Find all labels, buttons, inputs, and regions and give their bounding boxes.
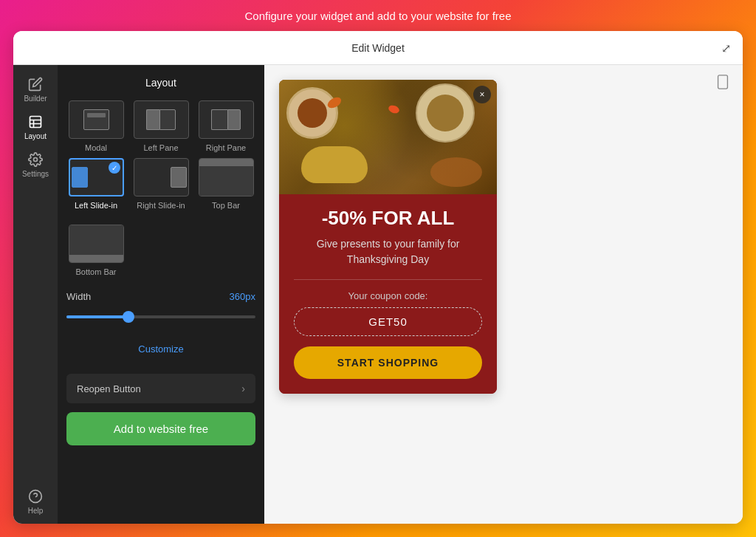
content-area: Builder Layout Settings	[13, 65, 743, 524]
slider-track	[66, 315, 255, 318]
right-pane-icon	[199, 100, 254, 139]
panel-title: Layout	[66, 77, 255, 89]
sidebar-help-label: Help	[28, 507, 44, 515]
layout-option-left-slide-in[interactable]: ✓ Left Slide-in	[66, 158, 126, 210]
widget-cta-button[interactable]: START SHOPPING	[294, 346, 482, 379]
preview-area: × -50% FOR ALL Give presents to your fam…	[264, 65, 743, 524]
reopen-button-row[interactable]: Reopen Button ›	[66, 374, 255, 403]
layout-option-right-slide-in[interactable]: Right Slide-in	[131, 158, 190, 210]
main-container: Edit Widget ⤢ Builder Layout	[13, 31, 743, 524]
food-plate-2	[416, 83, 475, 143]
right-slide-in-label: Right Slide-in	[137, 201, 185, 210]
top-bar-icon	[199, 158, 254, 196]
widget-image: ×	[279, 80, 497, 194]
food-plate-1	[286, 87, 338, 139]
svg-point-4	[34, 158, 38, 162]
widget-content: -50% FOR ALL Give presents to your famil…	[279, 194, 497, 394]
expand-icon[interactable]: ⤢	[721, 41, 731, 55]
edit-widget-header: Edit Widget ⤢	[13, 31, 743, 65]
food-item-2	[430, 157, 482, 187]
right-slide-in-icon	[134, 158, 189, 196]
layout-option-modal[interactable]: Modal	[66, 100, 126, 152]
widget-subtext: Give presents to your family forThanksgi…	[294, 236, 482, 267]
reopen-label: Reopen Button	[77, 383, 141, 394]
slider-thumb[interactable]	[123, 311, 134, 323]
width-header: Width 360px	[66, 291, 255, 302]
width-label: Width	[66, 291, 91, 302]
mobile-icon[interactable]	[715, 74, 731, 94]
edit-widget-title: Edit Widget	[351, 42, 405, 54]
left-slide-in-label: Left Slide-in	[75, 201, 117, 210]
sidebar-item-help[interactable]: Help	[13, 483, 58, 524]
selected-check: ✓	[109, 162, 120, 174]
widget-preview: × -50% FOR ALL Give presents to your fam…	[279, 80, 497, 394]
sidebar-builder-label: Builder	[24, 95, 47, 103]
sidebar-settings-label: Settings	[22, 170, 49, 178]
top-bar-label: Top Bar	[212, 201, 240, 210]
bottom-bar-label: Bottom Bar	[75, 267, 116, 276]
layout-option-top-bar[interactable]: Top Bar	[196, 158, 255, 210]
widget-headline: -50% FOR ALL	[294, 208, 482, 229]
widget-divider	[294, 279, 482, 280]
widget-coupon-label: Your coupon code:	[294, 290, 482, 301]
food-item-bread	[301, 146, 368, 183]
svg-rect-0	[30, 117, 41, 128]
layout-grid-row2: Bottom Bar	[66, 225, 255, 276]
left-slide-in-icon: ✓	[69, 158, 124, 196]
left-pane-icon	[134, 100, 189, 139]
sidebar-layout-label: Layout	[24, 132, 47, 140]
width-section: Width 360px	[66, 291, 255, 324]
widget-close-icon: ×	[479, 89, 484, 100]
layout-option-left-pane[interactable]: Left Pane	[131, 100, 190, 152]
width-slider-container[interactable]	[66, 309, 255, 324]
width-value: 360px	[230, 291, 255, 302]
sidebar-item-layout[interactable]: Layout	[13, 109, 58, 146]
bottom-bar-icon	[69, 225, 124, 263]
widget-close-button[interactable]: ×	[473, 86, 491, 103]
layout-grid: Modal Left Pane	[66, 100, 255, 210]
layout-option-right-pane[interactable]: Right Pane	[196, 100, 255, 152]
sidebar-item-builder[interactable]: Builder	[13, 71, 58, 109]
reopen-arrow-icon: ›	[241, 383, 245, 394]
sidebar: Builder Layout Settings	[13, 65, 58, 524]
banner-text: Configure your widget and add to your we…	[244, 10, 511, 22]
svg-rect-7	[718, 75, 728, 89]
layout-panel: Layout Modal	[58, 65, 264, 524]
top-banner: Configure your widget and add to your we…	[0, 0, 756, 31]
right-pane-label: Right Pane	[206, 143, 246, 152]
layout-option-bottom-bar[interactable]: Bottom Bar	[66, 225, 126, 276]
left-pane-label: Left Pane	[143, 143, 178, 152]
widget-coupon-code: GET50	[294, 307, 482, 336]
customize-button[interactable]: Customize	[66, 336, 255, 362]
sidebar-item-settings[interactable]: Settings	[13, 146, 58, 184]
modal-label: Modal	[85, 143, 107, 152]
modal-icon	[69, 100, 124, 139]
add-to-website-button[interactable]: Add to website free	[66, 412, 255, 445]
